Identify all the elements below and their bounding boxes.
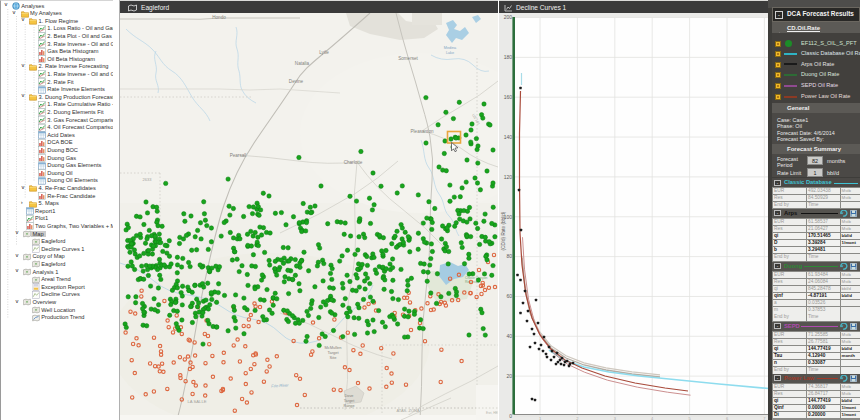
svg-text:160: 160 bbox=[504, 94, 513, 100]
svg-text:Hondo: Hondo bbox=[212, 15, 226, 20]
svg-text:Somerset: Somerset bbox=[398, 56, 418, 61]
svg-text:Charlotte: Charlotte bbox=[344, 160, 363, 165]
svg-text:Site: Site bbox=[330, 355, 338, 360]
svg-text:0: 0 bbox=[509, 413, 512, 419]
svg-text:Target: Target bbox=[344, 399, 355, 403]
svg-text:2633: 2633 bbox=[143, 177, 153, 182]
svg-text:200: 200 bbox=[504, 14, 513, 20]
svg-text:Medina: Medina bbox=[444, 46, 457, 50]
svg-text:Pleasanton: Pleasanton bbox=[411, 129, 434, 134]
svg-text:80: 80 bbox=[506, 253, 512, 259]
svg-text:120: 120 bbox=[504, 174, 513, 180]
svg-text:Lytle: Lytle bbox=[319, 50, 329, 55]
svg-text:Range: Range bbox=[343, 404, 354, 408]
svg-text:140: 140 bbox=[504, 134, 513, 140]
svg-text:Esri, HERE: Esri, HERE bbox=[486, 411, 498, 415]
svg-text:Dove: Dove bbox=[345, 394, 354, 398]
svg-text:Natalia: Natalia bbox=[295, 61, 310, 66]
svg-text:Lake: Lake bbox=[446, 51, 454, 55]
svg-text:180: 180 bbox=[504, 54, 513, 60]
svg-text:Pearsall: Pearsall bbox=[230, 153, 247, 158]
svg-text:20: 20 bbox=[506, 373, 512, 379]
svg-text:60: 60 bbox=[506, 293, 512, 299]
svg-text:Devine: Devine bbox=[289, 79, 304, 84]
svg-text:(CD/d) Rate (bbl/d): (CD/d) Rate (bbl/d) bbox=[501, 211, 506, 250]
svg-text:LA SALLE: LA SALLE bbox=[187, 399, 206, 404]
svg-text:40: 40 bbox=[506, 333, 512, 339]
svg-text:ATAS. ZONA: ATAS. ZONA bbox=[396, 408, 420, 413]
